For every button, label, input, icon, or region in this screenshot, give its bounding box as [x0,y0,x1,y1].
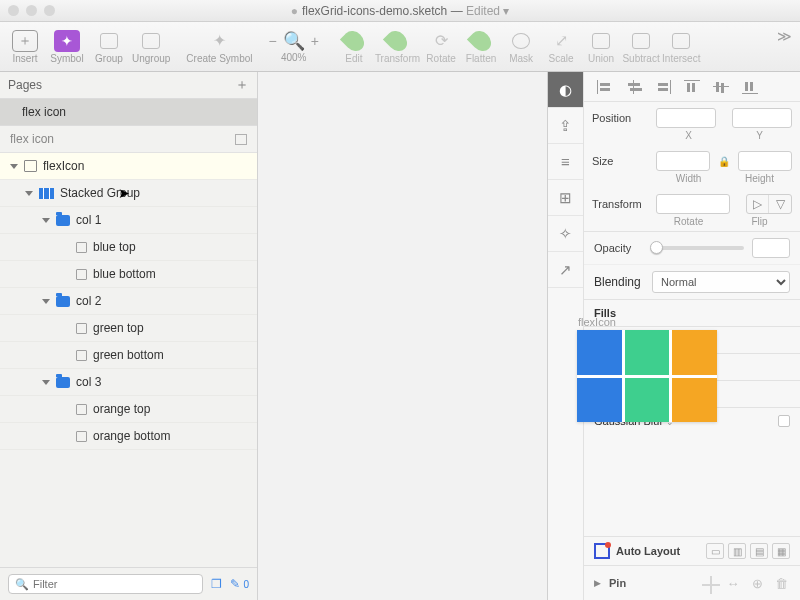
flip-control[interactable]: ▷▽ [746,194,792,214]
search-icon: 🔍 [15,578,29,591]
al-folder-icon[interactable]: ▭ [706,543,724,559]
align-right-icon[interactable] [655,80,671,94]
auto-layout-section: Auto Layout ▭ ▥ ▤ ▦ [584,536,800,565]
pin-trash-icon[interactable]: 🗑 [772,574,790,592]
edit-button[interactable]: Edit [335,25,373,69]
disclosure-icon[interactable] [42,218,50,223]
intersect-button[interactable]: Intersect [662,25,700,69]
disclosure-icon[interactable]: ▶ [594,578,601,588]
tab-align[interactable]: ≡ [548,144,583,180]
rect-orange-top[interactable] [672,330,717,375]
layer-shape[interactable]: blue top [0,234,257,261]
folder-icon [56,377,70,388]
artboard-label[interactable]: flexIcon [578,316,616,328]
tab-symbol[interactable]: ✧ [548,216,583,252]
fills-section[interactable]: Fills [584,299,800,326]
window-filename: flexGrid-icons-demo.sketch [302,4,447,18]
layer-shape[interactable]: green top [0,315,257,342]
position-x-input[interactable] [656,108,716,128]
flip-v-icon: ▽ [769,195,791,213]
add-page-button[interactable]: ＋ [235,76,249,94]
rectangle-icon [76,242,87,253]
rectangle-icon [76,431,87,442]
stacked-group-icon [39,188,54,199]
al-grid-icon[interactable]: ▦ [772,543,790,559]
canvas[interactable]: flexIcon [258,72,547,600]
union-button[interactable]: Union [582,25,620,69]
layer-shape[interactable]: blue bottom [0,261,257,288]
artboard-icon [24,160,37,172]
rect-blue-bottom[interactable] [577,378,622,423]
layer-stacked-group[interactable]: Stacked Group [0,180,257,207]
filter-input[interactable]: 🔍 [8,574,203,594]
opacity-slider[interactable] [652,246,744,250]
tab-grid[interactable]: ⊞ [548,180,583,216]
align-bottom-icon[interactable] [742,80,758,94]
layer-shape[interactable]: orange top [0,396,257,423]
toolbar: ＋Insert ✦Symbol Group Ungroup ✦Create Sy… [0,22,800,72]
group-button[interactable]: Group [90,25,128,69]
align-center-icon[interactable] [626,80,642,94]
rect-green-top[interactable] [625,330,670,375]
rect-blue-top[interactable] [577,330,622,375]
blend-mode-select[interactable]: Normal [652,271,790,293]
symbol-button[interactable]: ✦Symbol [48,25,86,69]
al-stack-h-icon[interactable]: ▥ [728,543,746,559]
disclosure-icon[interactable] [42,299,50,304]
rotate-button[interactable]: ⟳Rotate [422,25,460,69]
layer-slice-icon[interactable]: ✎ 0 [230,577,249,591]
layer-list: flexIcon Stacked Group ➤ col 1 blue top … [0,153,257,567]
tab-export[interactable]: ⇪ [548,108,583,144]
opacity-input[interactable] [752,238,790,258]
disclosure-icon[interactable] [42,380,50,385]
alignment-controls [584,72,800,102]
subtract-button[interactable]: Subtract [622,25,660,69]
artboard[interactable] [577,330,717,422]
layer-artboard[interactable]: flexIcon [0,153,257,180]
align-left-icon[interactable] [597,80,613,94]
toolbar-overflow-icon[interactable]: ≫ [777,28,792,44]
flatten-button[interactable]: Flatten [462,25,500,69]
pin-center-icon[interactable]: ⊕ [748,574,766,592]
width-input[interactable] [656,151,710,171]
distribute-icon[interactable] [771,80,787,94]
rotate-input[interactable] [656,194,730,214]
tab-style[interactable]: ◐ [548,72,583,108]
rectangle-icon [76,323,87,334]
blur-checkbox[interactable] [778,415,790,427]
height-input[interactable] [738,151,792,171]
layer-folder[interactable]: col 3 [0,369,257,396]
tab-prototype[interactable]: ↗ [548,252,583,288]
ungroup-button[interactable]: Ungroup [132,25,170,69]
layer-folder[interactable]: col 2 [0,288,257,315]
mask-button[interactable]: Mask [502,25,540,69]
layer-shape[interactable]: green bottom [0,342,257,369]
pin-section[interactable]: ▶ Pin ↔ ⊕ 🗑 [584,565,800,600]
insert-button[interactable]: ＋Insert [6,25,44,69]
layer-filter-bar: 🔍 ❐ ✎ 0 [0,567,257,600]
scale-button[interactable]: ⤢Scale [542,25,580,69]
window-state: Edited [466,4,500,18]
transform-button[interactable]: Transform [375,25,420,69]
al-stack-v-icon[interactable]: ▤ [750,543,768,559]
align-middle-icon[interactable] [713,80,729,94]
create-symbol-button[interactable]: ✦Create Symbol [186,25,252,69]
disclosure-icon[interactable] [10,164,18,169]
layer-folder[interactable]: col 1 [0,207,257,234]
disclosure-icon[interactable] [25,191,33,196]
rect-green-bottom[interactable] [625,378,670,423]
artboard-header[interactable]: flex icon [0,126,257,153]
rect-orange-bottom[interactable] [672,378,717,423]
pages-header: Pages ＋ [0,72,257,99]
left-panel: Pages ＋ flex icon flex icon flexIcon Sta… [0,72,258,600]
position-y-input[interactable] [732,108,792,128]
align-top-icon[interactable] [684,80,700,94]
layer-shape[interactable]: orange bottom [0,423,257,450]
page-row[interactable]: flex icon [0,99,257,126]
lock-icon[interactable]: 🔒 [716,156,732,167]
pin-edges-icon[interactable] [700,574,718,592]
zoom-control[interactable]: −🔍+ 400% [269,30,319,63]
pin-width-icon[interactable]: ↔ [724,574,742,592]
layer-copy-icon[interactable]: ❐ [211,577,222,591]
rectangle-icon [76,269,87,280]
